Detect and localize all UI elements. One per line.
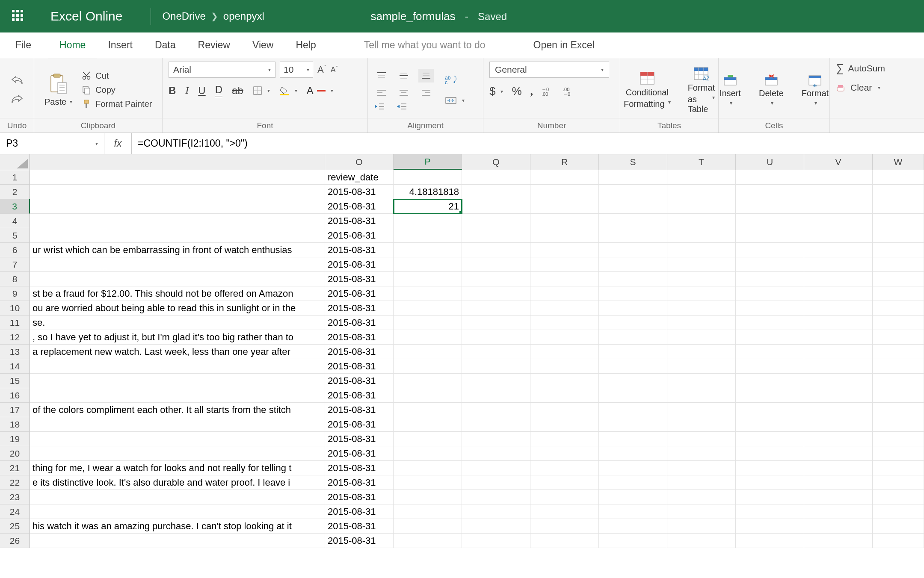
cell-S2[interactable]	[599, 185, 667, 199]
row-header[interactable]: 23	[0, 490, 30, 504]
cell-W14[interactable]	[873, 359, 924, 374]
increase-decimal-icon[interactable]: ←0.00	[542, 87, 554, 96]
shrink-font-icon[interactable]: A˅	[331, 65, 338, 74]
cell-V4[interactable]	[804, 214, 873, 228]
cell-O11[interactable]: 2015-08-31	[325, 316, 394, 330]
cell-R5[interactable]	[530, 228, 599, 243]
column-header-R[interactable]: R	[530, 154, 599, 170]
cell-V24[interactable]	[804, 504, 873, 519]
cell-V16[interactable]	[804, 388, 873, 403]
cell-O13[interactable]: 2015-08-31	[325, 345, 394, 359]
cell-W4[interactable]	[873, 214, 924, 228]
column-header-V[interactable]: V	[804, 154, 873, 170]
app-launcher-icon[interactable]	[12, 10, 25, 23]
open-in-excel[interactable]: Open in Excel	[518, 32, 610, 58]
cell-W22[interactable]	[873, 475, 924, 490]
cell-U25[interactable]	[736, 519, 804, 534]
cell-W25[interactable]	[873, 519, 924, 534]
cell-Q1[interactable]	[462, 170, 530, 185]
cell-P10[interactable]	[394, 301, 462, 316]
cell-T7[interactable]	[667, 257, 736, 272]
cell-N24[interactable]	[30, 504, 325, 519]
cell-V9[interactable]	[804, 286, 873, 301]
copy-button[interactable]: Copy	[82, 85, 152, 95]
cell-U16[interactable]	[736, 388, 804, 403]
cell-S17[interactable]	[599, 403, 667, 417]
cell-O7[interactable]: 2015-08-31	[325, 257, 394, 272]
column-header-Q[interactable]: Q	[462, 154, 530, 170]
row-header[interactable]: 2	[0, 185, 30, 199]
cell-U18[interactable]	[736, 417, 804, 432]
font-name-combo[interactable]: Arial▾	[169, 62, 275, 78]
cell-Q22[interactable]	[462, 475, 530, 490]
cell-W8[interactable]	[873, 272, 924, 286]
cell-P12[interactable]	[394, 330, 462, 345]
cell-N22[interactable]: e its distinctive look. It's also durabl…	[30, 475, 325, 490]
cell-S18[interactable]	[599, 417, 667, 432]
cell-P11[interactable]	[394, 316, 462, 330]
cell-S3[interactable]	[599, 199, 667, 214]
cell-U14[interactable]	[736, 359, 804, 374]
cell-N20[interactable]	[30, 446, 325, 461]
row-header[interactable]: 12	[0, 330, 30, 345]
menu-help[interactable]: Help	[284, 32, 327, 58]
cell-V11[interactable]	[804, 316, 873, 330]
cell-P13[interactable]	[394, 345, 462, 359]
grow-font-icon[interactable]: A˄	[317, 64, 326, 75]
cell-T15[interactable]	[667, 374, 736, 388]
cell-U11[interactable]	[736, 316, 804, 330]
cell-P7[interactable]	[394, 257, 462, 272]
cell-O6[interactable]: 2015-08-31	[325, 243, 394, 257]
align-top-icon[interactable]	[374, 69, 389, 83]
cell-R8[interactable]	[530, 272, 599, 286]
cell-U23[interactable]	[736, 490, 804, 504]
cell-U22[interactable]	[736, 475, 804, 490]
cell-U21[interactable]	[736, 461, 804, 475]
cell-R12[interactable]	[530, 330, 599, 345]
cell-N2[interactable]	[30, 185, 325, 199]
cell-U8[interactable]	[736, 272, 804, 286]
cell-R11[interactable]	[530, 316, 599, 330]
cell-T8[interactable]	[667, 272, 736, 286]
row-header[interactable]: 14	[0, 359, 30, 374]
cell-U12[interactable]	[736, 330, 804, 345]
cell-P16[interactable]	[394, 388, 462, 403]
cell-Q5[interactable]	[462, 228, 530, 243]
cell-N11[interactable]: se.	[30, 316, 325, 330]
cell-V25[interactable]	[804, 519, 873, 534]
cell-O2[interactable]: 2015-08-31	[325, 185, 394, 199]
cell-T17[interactable]	[667, 403, 736, 417]
cell-N21[interactable]: thing for me, I wear a watch for looks a…	[30, 461, 325, 475]
row-header[interactable]: 17	[0, 403, 30, 417]
cell-T14[interactable]	[667, 359, 736, 374]
cell-P26[interactable]	[394, 534, 462, 548]
cell-N9[interactable]: st be a fraud for $12.00. This should no…	[30, 286, 325, 301]
cell-O24[interactable]: 2015-08-31	[325, 504, 394, 519]
cell-T23[interactable]	[667, 490, 736, 504]
cell-W3[interactable]	[873, 199, 924, 214]
select-all-corner[interactable]	[0, 154, 30, 170]
cell-U5[interactable]	[736, 228, 804, 243]
cell-Q10[interactable]	[462, 301, 530, 316]
cell-P5[interactable]	[394, 228, 462, 243]
cell-W26[interactable]	[873, 534, 924, 548]
cell-P3[interactable]: 21	[394, 199, 462, 214]
cell-T24[interactable]	[667, 504, 736, 519]
cell-S4[interactable]	[599, 214, 667, 228]
cell-N8[interactable]	[30, 272, 325, 286]
row-header[interactable]: 7	[0, 257, 30, 272]
cell-P22[interactable]	[394, 475, 462, 490]
formula-input[interactable]: =COUNTIF(I2:I100, ">0")	[132, 133, 924, 154]
align-center-icon[interactable]	[396, 86, 412, 100]
row-header[interactable]: 13	[0, 345, 30, 359]
cell-N16[interactable]	[30, 388, 325, 403]
cell-T6[interactable]	[667, 243, 736, 257]
row-header[interactable]: 4	[0, 214, 30, 228]
tell-me-search[interactable]: Tell me what you want to do	[349, 32, 501, 58]
cell-S23[interactable]	[599, 490, 667, 504]
cell-W9[interactable]	[873, 286, 924, 301]
number-format-combo[interactable]: General▾	[489, 62, 609, 78]
cell-U2[interactable]	[736, 185, 804, 199]
percent-format-button[interactable]: %	[512, 85, 521, 98]
cell-P23[interactable]	[394, 490, 462, 504]
